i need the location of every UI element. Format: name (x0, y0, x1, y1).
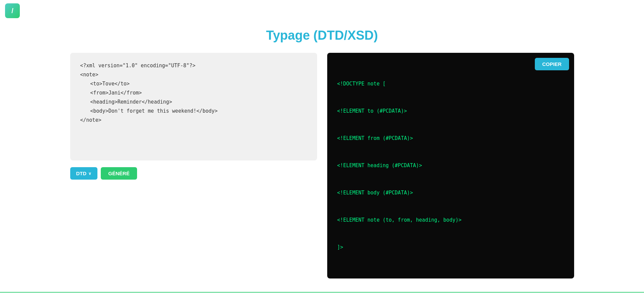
dtd-line-3: <!ELEMENT from (#PCDATA)> (337, 134, 564, 143)
dtd-button[interactable]: DTD ∨ (70, 167, 98, 180)
dtd-line-5: <!ELEMENT body (#PCDATA)> (337, 188, 564, 197)
genere-button[interactable]: GÉNÉRÉ (101, 167, 137, 180)
app-icon: / (5, 3, 20, 18)
chevron-down-icon: ∨ (88, 171, 91, 176)
copier-button[interactable]: COPIER (535, 58, 569, 70)
genere-label: GÉNÉRÉ (108, 171, 129, 176)
xml-editor[interactable]: <?xml version="1.0" encoding="UTF-8"?> <… (70, 53, 317, 160)
xml-line-3: <to>Tove</to> (80, 79, 307, 88)
top-bar: / (0, 0, 644, 22)
app-icon-label: / (11, 7, 13, 15)
xml-line-7: </note> (80, 116, 307, 125)
xml-line-5: <heading>Reminder</heading> (80, 98, 307, 107)
main-content: Typage (DTD/XSD) <?xml version="1.0" enc… (0, 22, 644, 292)
button-row: DTD ∨ GÉNÉRÉ (70, 167, 317, 180)
left-panel: <?xml version="1.0" encoding="UTF-8"?> <… (70, 53, 317, 180)
xml-line-1: <?xml version="1.0" encoding="UTF-8"?> (80, 61, 307, 70)
code-output: <!DOCTYPE note [ <!ELEMENT to (#PCDATA)>… (327, 53, 574, 278)
dtd-line-4: <!ELEMENT heading (#PCDATA)> (337, 161, 564, 170)
dtd-label: DTD (76, 171, 87, 176)
xml-line-2: <note> (80, 70, 307, 79)
copier-label: COPIER (542, 61, 562, 67)
xml-line-6: <body>Don't forget me this weekend!</bod… (80, 107, 307, 116)
page-title: Typage (DTD/XSD) (266, 28, 378, 43)
footer: Aboubaker Id Hamide © 2024 (0, 292, 644, 298)
dtd-line-2: <!ELEMENT to (#PCDATA)> (337, 107, 564, 116)
right-panel: <!DOCTYPE note [ <!ELEMENT to (#PCDATA)>… (327, 53, 574, 278)
dtd-line-7: ]> (337, 243, 564, 252)
xml-line-4: <from>Jani</from> (80, 88, 307, 98)
dtd-line-1: <!DOCTYPE note [ (337, 79, 564, 88)
dtd-line-6: <!ELEMENT note (to, from, heading, body)… (337, 216, 564, 225)
panels-container: <?xml version="1.0" encoding="UTF-8"?> <… (70, 53, 574, 278)
